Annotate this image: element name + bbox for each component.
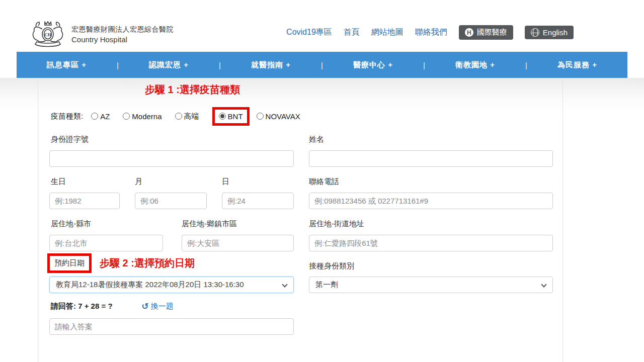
birth-year-input[interactable] [49, 193, 120, 209]
name-input[interactable] [309, 150, 553, 167]
captcha-question: 請回答: 7 + 28 = ? [51, 302, 113, 311]
city-label: 居住地-縣市 [51, 219, 91, 229]
chevron-down-icon [282, 282, 287, 287]
nav-item-news[interactable]: 訊息專區 + [17, 60, 117, 70]
step2-highlight-box: 預約日期 [47, 253, 92, 273]
captcha-refresh-link[interactable]: ↺ 換一題 [142, 302, 174, 311]
appointment-date-value: 教育局12-18暑假接種專案 2022年08月20日 13:30-16:30 [56, 280, 244, 290]
name-label: 姓名 [309, 135, 324, 144]
hospital-crest-icon: CH [29, 19, 66, 49]
dose-type-label: 接種身份類別 [309, 261, 354, 271]
international-medical-label: 國際醫療 [477, 28, 507, 37]
id-number-label: 身份證字號 [51, 135, 89, 144]
page-content: 步驟 1 :選擇疫苗種類 疫苗種類: AZ Moderna 高端 BNT [0, 78, 644, 362]
top-link-covid19[interactable]: Covid19專區 [286, 27, 332, 38]
top-link-contact[interactable]: 聯絡我們 [415, 27, 447, 38]
hospital-name-en: Country Hospital [71, 35, 174, 44]
birth-day-input[interactable] [222, 193, 294, 209]
nav-item-medical-centers[interactable]: 醫療中心 + [323, 60, 423, 70]
phone-input[interactable] [309, 193, 553, 209]
top-link-sitemap[interactable]: 網站地圖 [371, 27, 404, 38]
captcha-row: 請回答: 7 + 28 = ? ↺ 換一題 [51, 302, 174, 311]
birth-month-input[interactable] [135, 193, 207, 209]
birth-year-label: 生日 [51, 177, 66, 187]
vaccine-radio-az[interactable]: AZ [91, 112, 110, 121]
captcha-answer-input[interactable] [49, 318, 294, 335]
nav-item-public-services[interactable]: 為民服務 + [527, 60, 627, 70]
vaccine-radio-bnt[interactable]: BNT [219, 112, 243, 121]
radio-checked-icon[interactable] [219, 113, 226, 120]
step1-title: 步驟 1 :選擇疫苗種類 [145, 83, 240, 97]
street-input[interactable] [309, 235, 553, 251]
street-label: 居住地-街道地址 [309, 219, 364, 229]
step1-highlight-box: BNT [212, 107, 250, 126]
vaccine-type-row: 疫苗種類: AZ Moderna 高端 BNT NOVAVA [51, 105, 313, 128]
step2-title: 步驟 2 :選擇預約日期 [100, 256, 195, 270]
appointment-date-select[interactable]: 教育局12-18暑假接種專案 2022年08月20日 13:30-16:30 [49, 277, 294, 293]
appointment-date-label: 預約日期 [54, 258, 85, 268]
radio-unchecked-icon[interactable] [257, 113, 264, 120]
birth-day-label: 日 [222, 177, 229, 187]
top-link-home[interactable]: 首頁 [344, 27, 360, 38]
vaccine-radio-novavax[interactable]: NOVAVAX [257, 112, 300, 121]
vaccine-type-label: 疫苗種類: [51, 112, 83, 121]
phone-label: 聯絡電話 [309, 177, 339, 187]
nav-item-about[interactable]: 認識宏恩 + [119, 60, 219, 70]
city-input[interactable] [49, 235, 163, 251]
english-label: English [543, 28, 568, 37]
appointment-form: 步驟 1 :選擇疫苗種類 疫苗種類: AZ Moderna 高端 BNT [38, 78, 563, 362]
hospital-name-zh: 宏恩醫療財團法人宏恩綜合醫院 [71, 25, 174, 34]
globe-icon [531, 28, 539, 37]
birth-month-label: 月 [135, 177, 142, 187]
svg-text:CH: CH [44, 32, 51, 37]
main-navbar: 訊息專區 + | 認識宏恩 + | 就醫指南 + | 醫療中心 + | 衛教園地… [17, 52, 627, 78]
district-label: 居住地-鄉鎮市區 [182, 219, 237, 229]
international-medical-button[interactable]: H 國際醫療 [459, 25, 513, 40]
hospital-h-icon: H [465, 28, 473, 37]
refresh-icon: ↺ [142, 302, 149, 311]
hospital-logo[interactable]: CH 宏恩醫療財團法人宏恩綜合醫院 Country Hospital [29, 19, 174, 49]
dose-type-value: 第一劑 [315, 280, 338, 290]
radio-unchecked-icon[interactable] [123, 113, 130, 120]
nav-item-health-education[interactable]: 衛教園地 + [425, 60, 525, 70]
radio-unchecked-icon[interactable] [175, 113, 182, 120]
id-number-input[interactable] [49, 150, 294, 167]
nav-item-guide[interactable]: 就醫指南 + [221, 60, 321, 70]
site-header: CH 宏恩醫療財團法人宏恩綜合醫院 Country Hospital Covid… [0, 0, 644, 52]
captcha-refresh-label: 換一題 [151, 302, 174, 311]
vaccine-radio-moderna[interactable]: Moderna [123, 112, 162, 121]
vaccine-radio-medigen[interactable]: 高端 [175, 112, 199, 121]
district-input[interactable] [182, 235, 294, 251]
dose-type-select[interactable]: 第一劑 [309, 277, 553, 293]
radio-unchecked-icon[interactable] [91, 113, 98, 120]
chevron-down-icon [541, 282, 546, 287]
utility-nav: Covid19專區 首頁 網站地圖 聯絡我們 H 國際醫療 English [286, 25, 574, 40]
english-language-button[interactable]: English [525, 26, 574, 39]
